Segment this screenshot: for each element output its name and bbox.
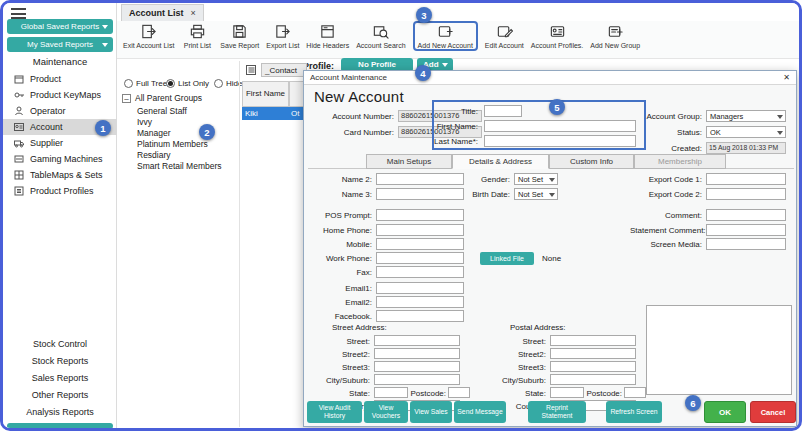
tab-contact[interactable]: _Contact [261,63,307,77]
toolbar-add-new-group[interactable]: Add New Group [590,23,640,49]
sidebar-item-stock-control[interactable]: Stock Control [3,339,117,349]
grid-row-selected[interactable]: Kiki Ot [242,107,305,120]
toolbar-add-new-account[interactable]: Add New Account [418,23,473,49]
birth-date-select[interactable]: Not Set [514,188,558,200]
sidebar-item-product[interactable]: Product [3,71,117,87]
screen-media-input[interactable] [706,238,786,250]
sidebar-item-product-keymaps[interactable]: Product KeyMaps [3,87,117,103]
postal-state-input[interactable] [550,387,584,398]
mobile-input[interactable] [376,238,464,250]
linked-file-button[interactable]: Linked File [480,252,534,265]
status-select[interactable]: OK [706,126,786,138]
grid-list-icon[interactable] [245,64,257,78]
tab-membership[interactable]: Membership [634,154,726,169]
tab-details-address[interactable]: Details & Address [452,154,549,169]
postal-street-input[interactable] [550,335,636,346]
toolbar-print-list[interactable]: Print List [181,23,213,49]
last-name-input[interactable] [484,135,636,147]
sidebar-item-sales-reports[interactable]: Sales Reports [3,373,117,383]
postal-city-suburb-input[interactable] [550,374,636,385]
close-icon[interactable]: ✕ [783,73,790,82]
sidebar-item-analysis-reports[interactable]: Analysis Reports [3,407,117,417]
callout-5: 5 [549,99,565,115]
export-code-2-input[interactable] [706,188,786,200]
email2-input[interactable] [376,296,464,308]
radio-list-only[interactable]: List Only [166,79,209,88]
comment-input[interactable] [706,209,786,221]
add-account-icon [437,23,454,42]
street-state-input[interactable] [374,387,408,398]
reprint-statement-button[interactable]: Reprint Statement [528,401,586,423]
menu-icon[interactable] [11,8,26,19]
view-vouchers-button[interactable]: View Vouchers [364,401,408,423]
sidebar-item-stock-reports[interactable]: Stock Reports [3,356,117,366]
ok-button[interactable]: OK [704,401,746,423]
dialog-heading: New Account [314,88,404,105]
postal-street2-input[interactable] [550,348,636,359]
toolbar-save-report[interactable]: Save Report [220,23,259,49]
email1-input[interactable] [376,282,464,294]
account-group-select[interactable]: Managers [706,110,786,122]
sidebar-item-operator[interactable]: Operator [3,103,117,119]
toolbar-hide-headers[interactable]: Hide Headers [306,23,349,49]
home-phone-input[interactable] [376,224,464,236]
toolbar-edit-account[interactable]: Edit Account [485,23,524,49]
tree-item-platinum-members[interactable]: Platinum Members [137,139,208,149]
facebook-input[interactable] [376,310,464,322]
sidebar-item-other-reports[interactable]: Other Reports [3,390,117,400]
street-street3-input[interactable] [374,361,460,372]
fax-input[interactable] [376,266,464,278]
tree-item-smart-retail-members[interactable]: Smart Retail Members [137,161,222,171]
work-phone-input[interactable] [376,252,464,264]
sidebar-item-product-profiles[interactable]: Product Profiles [3,183,117,199]
postal-postcode-input[interactable] [624,387,646,398]
sidebar-item-gaming-machines[interactable]: Gaming Machines [3,151,117,167]
sidebar-item-tablemaps-sets[interactable]: TableMaps & Sets [3,167,117,183]
toolbar-exit-account-list[interactable]: Exit Account List [123,23,174,49]
tree-item-resdiary[interactable]: Resdiary [137,150,171,160]
refresh-screen-button[interactable]: Refresh Screen [606,401,662,423]
first-name-input[interactable] [484,120,636,132]
title-input[interactable] [484,105,522,117]
sidebar-bottom-button[interactable] [7,423,113,429]
dialog-titlebar[interactable]: Account Maintenance ✕ [304,71,796,85]
global-saved-reports-button[interactable]: Global Saved Reports [7,19,113,34]
view-audit-history-button[interactable]: View Audit History [307,401,362,423]
cancel-button[interactable]: Cancel [750,401,796,423]
postal-postcode-label: Postcode: [586,389,622,398]
sidebar-item-supplier[interactable]: Supplier [3,135,117,151]
operator-person-icon [13,105,25,117]
name3-input[interactable] [376,188,464,200]
toolbar-export-list[interactable]: Export List [266,23,299,49]
close-tab-icon[interactable]: × [191,8,196,18]
collapse-icon[interactable] [122,94,131,103]
statement-comment-input[interactable] [706,224,786,236]
radio-list-only-circle [166,79,175,88]
tab-custom-info[interactable]: Custom Info [549,154,634,169]
tree-item-general-staff[interactable]: General Staff [137,106,187,116]
export-code-1-input[interactable] [706,173,786,185]
street-postcode-input[interactable] [448,387,470,398]
street-street2-input[interactable] [374,348,460,359]
pos-prompt-input[interactable] [376,209,464,221]
gaming-machine-icon [13,153,25,165]
name2-input[interactable] [376,173,464,185]
street-street-input[interactable] [374,335,460,346]
toolbar-account-profiles[interactable]: Account Profiles. [531,23,584,49]
tab-main-setups[interactable]: Main Setups [366,154,452,169]
my-saved-reports-button[interactable]: My Saved Reports [7,37,113,52]
view-sales-button[interactable]: View Sales [410,401,452,423]
radio-full-tree[interactable]: Full Tree [124,79,167,88]
postal-street2-label: Street2: [480,350,546,359]
street-city-suburb-input[interactable] [374,374,460,385]
tree-item-ivvy[interactable]: Ivvy [137,117,152,127]
send-message-button[interactable]: Send Message [454,401,506,423]
grid-header-first-name[interactable]: First Name [242,81,289,107]
tree-item-manager[interactable]: Manager [137,128,171,138]
postal-street3-input[interactable] [550,361,636,372]
tab-account-list[interactable]: Account List × [121,4,204,21]
toolbar-account-search[interactable]: Account Search [356,23,405,49]
tree-root-all-parent-groups[interactable]: All Parent Groups [122,93,202,103]
linked-file-value: None [542,254,561,263]
gender-select[interactable]: Not Set [514,173,558,185]
